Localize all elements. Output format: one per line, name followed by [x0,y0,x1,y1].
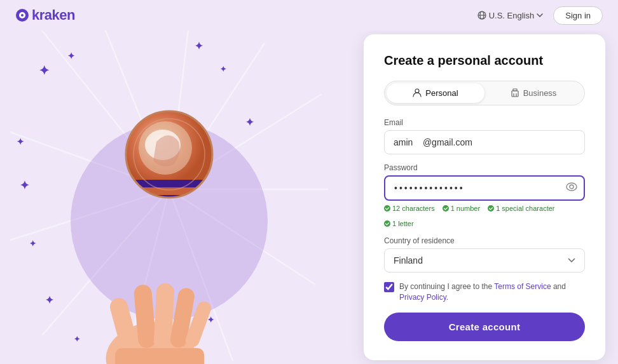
agreement-text: By continuing I agree to the Terms of Se… [399,281,585,303]
pw-req-characters: 12 characters [384,205,435,212]
globe-icon [477,11,486,20]
svg-point-63 [570,185,573,189]
main-content: ✦ ✦ ✦ ✦ ✦ ✦ ✦ ✦ ✦ ✦ ✦ Create a personal … [0,30,618,364]
email-input[interactable] [384,130,585,154]
svg-rect-25 [115,348,204,364]
svg-text:✦: ✦ [67,51,75,61]
svg-text:✦: ✦ [17,137,24,147]
svg-text:✦: ✦ [207,315,214,325]
illustration-area: ✦ ✦ ✦ ✦ ✦ ✦ ✦ ✦ ✦ ✦ ✦ [0,30,351,364]
pw-req-special: 1 special character [488,205,554,212]
svg-rect-58 [512,91,518,97]
eye-icon[interactable] [566,182,577,194]
check-icon [443,205,449,212]
country-select[interactable]: Finland United States United Kingdom Ger… [384,248,585,273]
create-account-button[interactable]: Create account [384,313,585,341]
logo: kraken [15,7,75,24]
logo-icon [15,8,29,22]
header-right: U.S. English Sign in [477,6,603,25]
svg-text:✦: ✦ [195,41,203,51]
terms-link[interactable]: Terms of Service [494,282,551,291]
svg-point-66 [488,205,494,212]
svg-text:✦: ✦ [220,65,226,74]
agreement-checkbox[interactable] [384,282,394,292]
building-icon [511,88,519,97]
svg-text:✦: ✦ [29,239,36,248]
chevron-down-icon [537,13,543,17]
password-wrapper [384,175,585,201]
tab-personal-label: Personal [425,88,458,98]
check-icon [384,220,390,227]
svg-text:✦: ✦ [245,117,254,128]
form-title: Create a personal account [384,53,585,68]
password-input[interactable] [384,175,585,201]
password-group: Password 12 characters [384,163,585,227]
form-card: Create a personal account Personal [364,34,605,361]
agreement-row: By continuing I agree to the Terms of Se… [384,281,585,303]
sign-in-button[interactable]: Sign in [553,6,603,25]
logo-text: kraken [32,7,75,24]
check-icon [384,205,390,212]
person-icon [413,88,422,97]
privacy-link[interactable]: Privacy Policy [399,293,446,302]
svg-point-2 [21,14,24,17]
illustration-svg: ✦ ✦ ✦ ✦ ✦ ✦ ✦ ✦ ✦ ✦ ✦ [0,30,351,364]
svg-rect-59 [513,89,517,91]
pw-req-letter: 1 letter [384,220,414,227]
account-type-tabs: Personal Business [384,81,585,105]
lang-label: U.S. English [489,11,535,20]
svg-point-62 [566,183,577,191]
svg-text:✦: ✦ [74,335,80,344]
svg-point-65 [443,205,449,212]
password-label: Password [384,163,585,172]
language-selector[interactable]: U.S. English [477,11,544,20]
header: kraken U.S. English Sign in [0,0,618,30]
form-panel: Create a personal account Personal [351,30,618,364]
svg-point-64 [384,205,390,212]
svg-text:✦: ✦ [39,64,50,78]
svg-point-67 [384,220,390,227]
check-icon [488,205,494,212]
email-label: Email [384,118,585,127]
email-group: Email [384,118,585,154]
tab-business[interactable]: Business [484,83,582,103]
tab-personal[interactable]: Personal [387,83,484,103]
pw-requirements: 12 characters 1 number 1 special charact… [384,205,585,227]
pw-req-number: 1 number [443,205,480,212]
svg-text:✦: ✦ [45,295,54,306]
country-label: Country of residence [384,236,585,245]
country-group: Country of residence Finland United Stat… [384,236,585,273]
tab-business-label: Business [523,88,557,98]
svg-point-57 [415,89,419,93]
svg-text:✦: ✦ [20,179,29,192]
